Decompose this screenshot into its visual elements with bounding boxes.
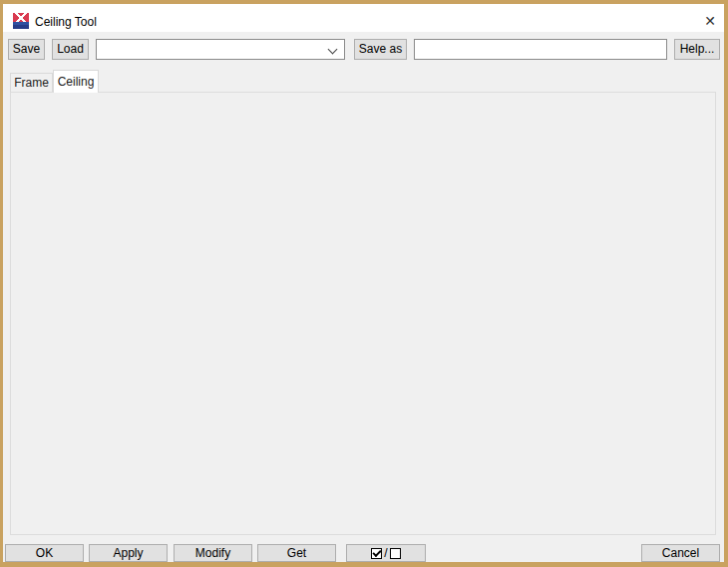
- close-icon[interactable]: ✕: [696, 10, 724, 32]
- toggle-separator: /: [384, 546, 387, 560]
- unchecked-box-icon: [390, 548, 401, 559]
- apply-button[interactable]: Apply: [89, 544, 168, 562]
- toggle-all-checkboxes-button[interactable]: /: [346, 544, 426, 562]
- preset-combobox[interactable]: [96, 39, 345, 60]
- ceiling-tab-panel: [10, 92, 716, 535]
- tab-ceiling[interactable]: Ceiling: [53, 70, 99, 93]
- window-title: Ceiling Tool: [35, 15, 97, 29]
- modify-button[interactable]: Modify: [174, 544, 252, 562]
- get-button[interactable]: Get: [257, 544, 336, 562]
- cancel-button[interactable]: Cancel: [641, 544, 720, 562]
- app-logo-icon: [13, 13, 29, 29]
- tab-frame[interactable]: Frame: [10, 73, 53, 92]
- help-button[interactable]: Help...: [674, 39, 720, 60]
- screenshot-frame: Ceiling Tool ✕ Save Load Save as Help...…: [0, 0, 728, 567]
- save-button[interactable]: Save: [8, 39, 45, 60]
- checked-box-icon: [371, 548, 382, 559]
- title-bar: Ceiling Tool ✕: [3, 4, 724, 32]
- save-as-button[interactable]: Save as: [354, 39, 407, 60]
- ok-button[interactable]: OK: [5, 544, 84, 562]
- load-button[interactable]: Load: [52, 39, 89, 60]
- chevron-down-icon: [328, 45, 338, 55]
- save-as-input[interactable]: [414, 39, 667, 60]
